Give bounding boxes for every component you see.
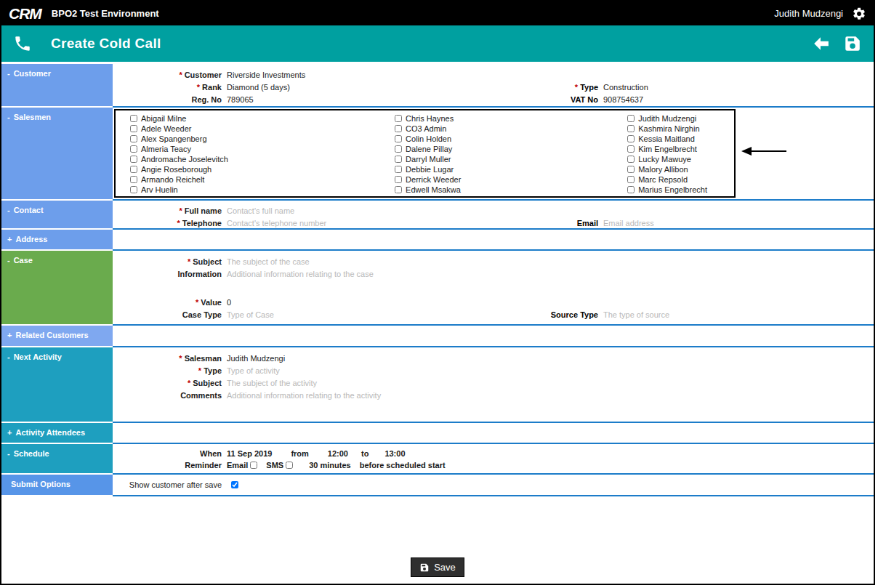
salesman-checkbox-item[interactable]: Derrick Weeder xyxy=(395,174,627,185)
salesman-checkbox[interactable] xyxy=(395,145,402,153)
vat-value[interactable]: 908754637 xyxy=(603,95,643,104)
salesman-checkbox-item[interactable]: Kashmira Nirghin xyxy=(627,124,734,134)
reminder-sms-checkbox[interactable] xyxy=(286,462,293,469)
source-type-input[interactable]: The type of source xyxy=(603,310,669,319)
salesman-checkbox-item[interactable]: Edwell Msakwa xyxy=(395,185,627,195)
salesman-checkbox[interactable] xyxy=(395,186,402,193)
when-date-input[interactable]: 11 Sep 2019 xyxy=(227,449,272,458)
salesman-checkbox[interactable] xyxy=(130,186,137,193)
activity-subject-input[interactable]: The subject of the activity xyxy=(227,379,317,387)
salesman-checkbox-item[interactable]: Judith Mudzengi xyxy=(627,113,734,124)
activity-type-input[interactable]: Type of activity xyxy=(227,366,280,375)
save-icon-button[interactable] xyxy=(843,34,862,53)
case-value-input[interactable]: 0 xyxy=(227,298,231,307)
salesman-checkbox-item[interactable]: Angie Roseborough xyxy=(130,164,395,174)
salesman-checkbox-item[interactable]: Almeria Teacy xyxy=(130,144,395,154)
regno-value[interactable]: 789065 xyxy=(227,95,254,104)
salesman-checkbox[interactable] xyxy=(627,125,635,132)
salesman-checkbox[interactable] xyxy=(627,115,635,122)
salesman-checkbox[interactable] xyxy=(627,186,635,193)
salesman-checkbox-item[interactable]: Marc Repsold xyxy=(627,174,734,185)
salesman-checkbox-item[interactable]: Kessia Maitland xyxy=(627,134,734,144)
reminder-email-checkbox[interactable] xyxy=(250,462,257,469)
salesman-checkbox-item[interactable]: Kim Engelbrecht xyxy=(627,144,734,154)
salesman-checkbox-item[interactable]: Arv Huelin xyxy=(130,185,395,195)
salesman-checkbox[interactable] xyxy=(130,145,137,153)
sidebar-section-schedule[interactable]: -Schedule xyxy=(1,444,113,473)
label-text: Value xyxy=(201,298,222,307)
sidebar-section-salesmen[interactable]: -Salesmen xyxy=(1,108,113,199)
salesman-checkbox-item[interactable]: Marius Engelbrecht xyxy=(627,185,734,195)
sidebar-section-customer[interactable]: -Customer xyxy=(1,64,113,106)
sidebar-section-case[interactable]: -Case xyxy=(1,251,113,324)
salesman-checkbox[interactable] xyxy=(395,166,402,173)
reminder-minutes-input[interactable]: 30 minutes xyxy=(309,461,350,470)
telephone-input[interactable]: Contact's telephone number xyxy=(227,219,326,227)
salesman-checkbox[interactable] xyxy=(395,135,402,142)
salesman-checkbox[interactable] xyxy=(130,115,137,122)
case-subject-input[interactable]: The subject of the case xyxy=(227,257,310,266)
label-text: Telephone xyxy=(182,219,222,227)
salesman-checkbox-item[interactable]: Adele Weeder xyxy=(130,124,395,134)
comments-input[interactable]: Additional information relating to the a… xyxy=(227,391,381,400)
case-type-input[interactable]: Type of Case xyxy=(227,310,274,319)
salesman-checkbox[interactable] xyxy=(627,145,635,153)
salesman-checkbox-item[interactable]: Abigail Milne xyxy=(130,113,395,124)
salesman-checkbox[interactable] xyxy=(627,156,635,163)
sidebar-section-related-customers[interactable]: +Related Customers xyxy=(1,326,113,346)
from-label: from xyxy=(291,449,308,458)
salesman-checkbox-item[interactable]: Armando Reichelt xyxy=(130,174,395,185)
salesman-checkbox-item[interactable]: CO3 Admin xyxy=(395,124,627,134)
salesman-checkbox-item[interactable]: Debbie Lugar xyxy=(395,164,627,174)
settings-gear-icon[interactable] xyxy=(852,7,866,21)
back-button[interactable] xyxy=(811,35,831,52)
salesmen-column: Abigail MilneAdele WeederAlex Spangenber… xyxy=(130,113,395,196)
salesman-checkbox[interactable] xyxy=(395,156,402,163)
salesman-checkbox[interactable] xyxy=(130,125,137,132)
sidebar-section-contact[interactable]: -Contact xyxy=(1,201,113,228)
activity-salesman-value[interactable]: Judith Mudzengi xyxy=(227,354,285,363)
email-input[interactable]: Email address xyxy=(603,219,654,227)
from-time-input[interactable]: 12:00 xyxy=(328,449,348,458)
full-name-input[interactable]: Contact's full name xyxy=(227,206,294,215)
salesman-checkbox-item[interactable]: Darryl Muller xyxy=(395,154,627,164)
case-information-input[interactable]: Additional information relating to the c… xyxy=(227,270,374,278)
salesman-checkbox-item[interactable]: Alex Spangenberg xyxy=(130,134,395,144)
customer-value[interactable]: Riverside Investments xyxy=(227,71,305,79)
salesman-checkbox[interactable] xyxy=(627,135,635,142)
salesman-checkbox[interactable] xyxy=(130,166,137,173)
telephone-label: *Telephone xyxy=(113,219,227,227)
sidebar-section-activity-attendees[interactable]: +Activity Attendees xyxy=(1,423,113,443)
rank-value[interactable]: Diamond (5 days) xyxy=(227,83,290,92)
salesman-checkbox[interactable] xyxy=(627,166,635,173)
salesman-checkbox[interactable] xyxy=(627,176,635,183)
section-case: -Case *Subject The subject of the case I… xyxy=(1,251,874,326)
salesman-checkbox[interactable] xyxy=(130,176,137,183)
salesman-checkbox-item[interactable]: Malory Allibon xyxy=(627,164,734,174)
salesman-checkbox-item[interactable]: Dalene Pillay xyxy=(395,144,627,154)
current-user-name: Judith Mudzengi xyxy=(774,8,843,19)
show-customer-checkbox[interactable] xyxy=(231,481,238,488)
sidebar-section-submit-options[interactable]: Submit Options xyxy=(1,475,113,495)
salesman-checkbox[interactable] xyxy=(395,125,402,132)
salesman-checkbox[interactable] xyxy=(395,176,402,183)
salesman-row: *Salesman Judith Mudzengi xyxy=(113,352,874,364)
salesman-name: Almeria Teacy xyxy=(141,145,191,153)
to-time-input[interactable]: 13:00 xyxy=(384,449,405,458)
salesman-checkbox[interactable] xyxy=(130,156,137,163)
sidebar-section-address[interactable]: +Address xyxy=(1,230,113,249)
information-textarea-space[interactable] xyxy=(113,280,874,296)
salesman-checkbox-item[interactable]: Colin Holden xyxy=(395,134,627,144)
type-value[interactable]: Construction xyxy=(603,83,648,92)
salesmen-column: Judith MudzengiKashmira NirghinKessia Ma… xyxy=(627,113,734,196)
salesman-checkbox-item[interactable]: Lucky Mawuye xyxy=(627,154,734,164)
sidebar-section-next-activity[interactable]: -Next Activity xyxy=(1,347,113,422)
salesman-checkbox[interactable] xyxy=(130,135,137,142)
salesman-checkbox-item[interactable]: Chris Haynes xyxy=(395,113,627,124)
collapse-indicator: + xyxy=(7,428,12,437)
salesman-name: Marc Repsold xyxy=(638,175,688,184)
save-button[interactable]: Save xyxy=(411,557,464,577)
crm-logo: CRM xyxy=(9,5,41,23)
salesman-checkbox[interactable] xyxy=(395,115,402,122)
salesman-checkbox-item[interactable]: Andromache Joselevitch xyxy=(130,154,395,164)
